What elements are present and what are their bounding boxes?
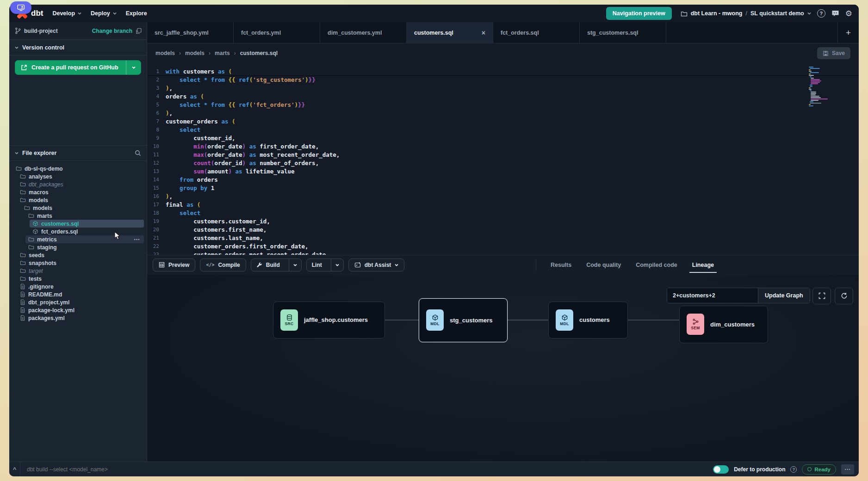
new-tab-button[interactable]: + xyxy=(837,22,859,43)
update-graph-button[interactable]: Update Graph xyxy=(758,288,810,303)
build-dropdown[interactable] xyxy=(289,259,301,271)
tree-item-metrics[interactable]: metrics⋯ xyxy=(9,235,147,243)
tree-item-readme-md[interactable]: README.md xyxy=(9,290,147,298)
code-line[interactable]: 7customer_orders as ( xyxy=(147,117,859,126)
navigation-preview-button[interactable]: Navigation preview xyxy=(606,7,672,20)
close-icon[interactable]: × xyxy=(477,29,485,37)
nav-develop[interactable]: Develop xyxy=(52,10,81,17)
gear-icon[interactable]: ⚙ xyxy=(845,10,852,18)
breadcrumb-item[interactable]: models xyxy=(155,50,175,56)
tree-item-target[interactable]: target xyxy=(9,267,147,275)
lineage-node-jaffle-shop-customers[interactable]: SRC jaffle_shop.customers xyxy=(273,302,385,339)
tree-item-analyses[interactable]: analyses xyxy=(9,173,147,180)
breadcrumb-item[interactable]: marts xyxy=(215,50,230,56)
tree-item-marts[interactable]: marts xyxy=(9,212,147,220)
overflow-menu-button[interactable]: ⋯ xyxy=(841,464,854,475)
command-input[interactable] xyxy=(20,466,713,473)
lineage-canvas[interactable]: SRC jaffle_shop.customers MDL stg_custom… xyxy=(147,275,859,462)
tree-item-models[interactable]: models xyxy=(9,204,147,212)
code-line[interactable]: 8 select xyxy=(147,126,859,134)
result-tab-results[interactable]: Results xyxy=(551,262,571,268)
code-line[interactable]: 10 min(order_date) as first_order_date, xyxy=(147,142,859,151)
save-button[interactable]: Save xyxy=(817,47,850,59)
code-line[interactable]: 22 customer_orders.first_order_date, xyxy=(147,242,859,251)
code-line[interactable]: 17final as ( xyxy=(147,201,859,209)
tree-item-tests[interactable]: tests xyxy=(9,275,147,283)
code-line[interactable]: 19 customers.customer_id, xyxy=(147,217,859,226)
editor-tab-customers-sql[interactable]: customers.sql× xyxy=(407,22,493,43)
copy-icon[interactable] xyxy=(136,28,142,34)
tree-item-dbt-project-yml[interactable]: dbt_project.yml xyxy=(9,298,147,306)
version-control-header[interactable]: Version control xyxy=(9,40,147,56)
search-icon[interactable] xyxy=(135,150,141,156)
lint-dropdown[interactable] xyxy=(331,259,343,271)
minimap[interactable] xyxy=(809,67,833,107)
pr-button-dropdown[interactable] xyxy=(126,61,141,74)
code-line[interactable]: 1with customers as ( xyxy=(147,68,859,76)
tree-item-fct-orders-sql[interactable]: fct_orders.sql xyxy=(9,228,147,235)
lineage-node-dim-customers[interactable]: SEM dim_customers xyxy=(679,306,768,343)
feedback-icon[interactable] xyxy=(831,10,839,17)
code-line[interactable]: 3), xyxy=(147,84,859,92)
tree-item-customers-sql[interactable]: customers.sql xyxy=(9,220,147,228)
tree-item-dbt-packages[interactable]: dbt_packages xyxy=(9,180,147,188)
refresh-button[interactable] xyxy=(835,288,853,304)
breadcrumb-item[interactable]: customers.sql xyxy=(240,50,278,56)
code-line[interactable]: 15 group by 1 xyxy=(147,184,859,192)
breadcrumb-item[interactable]: models xyxy=(185,50,205,56)
code-line[interactable]: 11 max(order_date) as most_recent_order_… xyxy=(147,151,859,159)
editor-tab-src-jaffle-shop-yml[interactable]: src_jaffle_shop.yml xyxy=(147,22,234,43)
external-link-icon xyxy=(21,64,27,71)
code-line[interactable]: 13 sum(amount) as lifetime_value xyxy=(147,167,859,176)
lineage-node-stg-customers[interactable]: MDL stg_customers xyxy=(419,298,508,342)
account-breadcrumb[interactable]: dbt Learn - mwong / SL quickstart demo xyxy=(681,10,811,17)
code-line[interactable]: 2 select * from {{ ref('stg_customers')}… xyxy=(147,76,859,84)
compile-button[interactable]: </> Compile xyxy=(200,259,246,271)
tree-item-staging[interactable]: staging xyxy=(9,243,147,251)
lint-button-main[interactable]: Lint xyxy=(307,259,327,271)
build-button-main[interactable]: Build xyxy=(251,259,285,271)
code-line[interactable]: 5 select * from {{ ref('fct_orders')}} xyxy=(147,101,859,109)
lineage-node-customers[interactable]: MDL customers xyxy=(548,302,628,339)
code-line[interactable]: 16), xyxy=(147,192,859,201)
tree-item-seeds[interactable]: seeds xyxy=(9,251,147,259)
create-pr-button[interactable]: Create a pull request on GitHub xyxy=(15,60,141,75)
dbt-assist-button[interactable]: dbt Assist xyxy=(348,259,405,271)
code-line[interactable]: 21 customers.last_name, xyxy=(147,234,859,242)
result-tab-code-quality[interactable]: Code quality xyxy=(586,262,621,268)
tree-item-packages-yml[interactable]: packages.yml xyxy=(9,314,147,322)
item-menu-icon[interactable]: ⋯ xyxy=(134,236,140,243)
file-explorer-header[interactable]: File explorer xyxy=(9,145,147,161)
result-tab-lineage[interactable]: Lineage xyxy=(692,262,714,268)
lineage-search-input[interactable] xyxy=(667,288,758,303)
result-tab-compiled-code[interactable]: Compiled code xyxy=(636,262,677,268)
tree-item-snapshots[interactable]: snapshots xyxy=(9,259,147,267)
editor-tab-fct-orders-sql[interactable]: fct_orders.sql xyxy=(493,22,580,43)
change-branch-link[interactable]: Change branch xyxy=(92,28,132,34)
code-line[interactable]: 20 customers.first_name, xyxy=(147,226,859,234)
editor-tab-fct-orders-yml[interactable]: fct_orders.yml xyxy=(234,22,320,43)
tree-item-models[interactable]: models xyxy=(9,196,147,204)
code-line[interactable]: 9 customer_id, xyxy=(147,134,859,142)
code-line[interactable]: 12 count(order_id) as number_of_orders, xyxy=(147,159,859,167)
nav-explore[interactable]: Explore xyxy=(126,10,147,17)
code-line[interactable]: 6), xyxy=(147,109,859,117)
code-line[interactable]: 4orders as ( xyxy=(147,92,859,101)
nav-deploy[interactable]: Deploy xyxy=(91,10,117,17)
tree-item--gitignore[interactable]: .gitignore xyxy=(9,283,147,290)
code-line[interactable]: 18 select xyxy=(147,209,859,217)
defer-toggle[interactable] xyxy=(713,465,729,474)
tree-item-db-sl-qs-demo[interactable]: db-sl-qs-demo xyxy=(9,165,147,173)
defer-help-icon[interactable]: ? xyxy=(790,466,797,473)
fullscreen-button[interactable] xyxy=(812,288,831,304)
preview-button[interactable]: Preview xyxy=(153,259,195,271)
tree-item-macros[interactable]: macros xyxy=(9,188,147,196)
help-icon[interactable]: ? xyxy=(817,9,825,18)
tree-item-package-lock-yml[interactable]: package-lock.yml xyxy=(9,306,147,314)
code-line[interactable]: 14 from orders xyxy=(147,176,859,184)
editor-tab-dim-customers-yml[interactable]: dim_customers.yml xyxy=(320,22,407,43)
code-line[interactable]: 23 customer_orders.most_recent_order_dat… xyxy=(147,251,859,255)
code-editor[interactable]: 1with customers as (2 select * from {{ r… xyxy=(147,63,859,255)
editor-tab-stg-customers-sql[interactable]: stg_customers.sql xyxy=(580,22,666,43)
panel-expand-caret[interactable]: ^ xyxy=(9,462,20,476)
